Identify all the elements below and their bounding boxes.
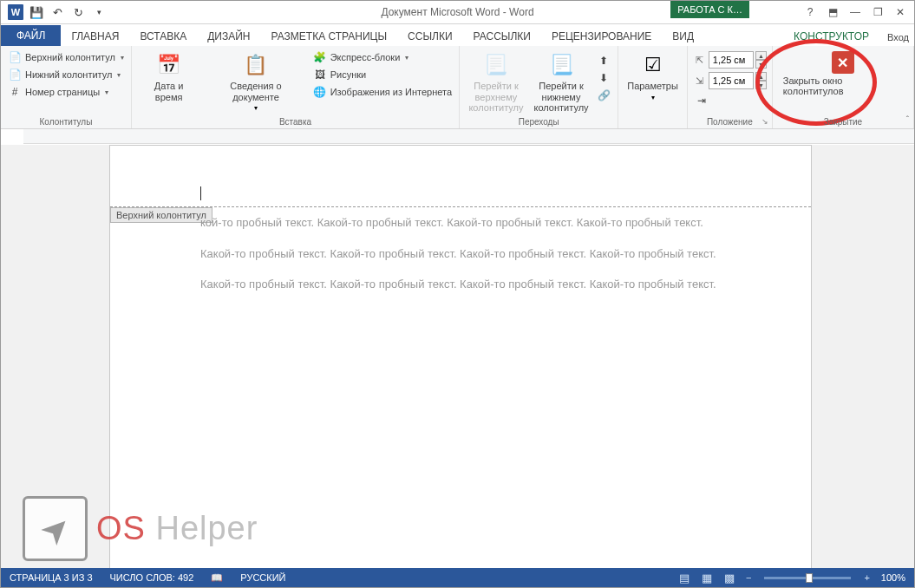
zoom-slider-thumb[interactable] [806, 573, 813, 583]
options-button[interactable]: ☑ Параметры ▾ [624, 49, 682, 125]
header-top-label: Верхний колонтитул [25, 52, 115, 62]
zoom-out-button[interactable]: − [743, 572, 754, 583]
undo-button[interactable]: ↶ [48, 3, 67, 22]
close-header-footer-button[interactable]: ✕ Закрыть окно колонтитулов [778, 49, 908, 115]
spin-down[interactable]: ▼ [755, 81, 767, 89]
dialog-launcher-icon[interactable]: ↘ [761, 117, 768, 126]
paragraph: Какой-то пробный текст. Какой-то пробный… [200, 276, 729, 293]
footer-from-bottom-input[interactable] [709, 72, 754, 89]
group-headers: 📄Верхний колонтитул▾ 📄Нижний колонтитул▾… [1, 46, 132, 128]
prev-icon: ⬆ [597, 54, 611, 68]
footer-from-bottom-row: ⇲ ▲▼ [693, 72, 767, 89]
paragraph: Какой-то пробный текст. Какой-то пробный… [200, 245, 729, 263]
goto-header-label: Перейти к верхнему колонтитулу [468, 81, 524, 114]
page-number-button[interactable]: #Номер страницы▾ [6, 84, 126, 100]
window-controls: ? ⬒ — ❐ ✕ [800, 3, 911, 21]
print-layout-button[interactable]: ▦ [698, 570, 716, 585]
watermark-cursor-box: ➤ [23, 496, 88, 561]
tab-constructor[interactable]: КОНСТРУКТОР [783, 27, 879, 46]
save-button[interactable]: 💾 [27, 3, 46, 22]
spin-down[interactable]: ▼ [755, 60, 767, 69]
header-top-button[interactable]: 📄Верхний колонтитул▾ [6, 49, 126, 65]
watermark-text: OS Helper [96, 510, 258, 547]
page-number-label: Номер страницы [25, 87, 100, 97]
collapse-ribbon-button[interactable]: ˆ [906, 115, 909, 125]
header-boundary [110, 206, 811, 207]
tab-layout[interactable]: РАЗМЕТКА СТРАНИЦЫ [261, 27, 398, 46]
cursor-arrow-icon: ➤ [30, 504, 80, 553]
header-distance-icon: ⇱ [693, 53, 707, 67]
read-mode-button[interactable]: ▤ [676, 570, 693, 585]
ribbon-tabs: ФАЙЛ ГЛАВНАЯ ВСТАВКА ДИЗАЙН РАЗМЕТКА СТР… [1, 24, 914, 46]
align-tab-button[interactable]: ⇥ [693, 93, 767, 108]
context-tab-header: РАБОТА С К… [670, 1, 749, 18]
nav-link-button[interactable]: 🔗 [595, 88, 612, 103]
help-button[interactable]: ? [800, 3, 820, 21]
title-bar: W 💾 ↶ ↻ ▾ Документ Microsoft Word - Word… [1, 1, 914, 24]
minimize-button[interactable]: — [845, 3, 866, 21]
goto-footer-label: Перейти к нижнему колонтитулу [534, 81, 589, 114]
group-options-label [624, 125, 682, 127]
zoom-level[interactable]: 100% [878, 572, 909, 583]
tab-view[interactable]: ВИД [662, 27, 704, 46]
doc-info-label: Сведения о документе [207, 81, 304, 102]
online-picture-icon: 🌐 [313, 85, 327, 99]
group-position: ⇱ ▲▼ ⇲ ▲▼ ⇥ Положение↘ [688, 46, 773, 128]
quick-parts-button[interactable]: 🧩Экспресс-блоки▾ [311, 49, 454, 65]
chevron-down-icon: ▾ [121, 54, 124, 62]
nav-next-button[interactable]: ⬇ [595, 70, 612, 86]
doc-info-button[interactable]: 📋 Сведения о документе ▾ [204, 49, 307, 115]
goto-footer-button[interactable]: 📃 Перейти к нижнему колонтитулу [531, 49, 591, 115]
goto-header-button[interactable]: 📃 Перейти к верхнему колонтитулу [465, 49, 527, 115]
zoom-slider[interactable] [764, 577, 851, 579]
header-icon: 📄 [8, 50, 22, 64]
proofing-icon[interactable]: 📖 [202, 572, 232, 584]
online-pictures-label: Изображения из Интернета [330, 87, 452, 97]
header-bottom-button[interactable]: 📄Нижний колонтитул▾ [6, 67, 126, 82]
header-tag: Верхний колонтитул [110, 207, 212, 223]
tab-design[interactable]: ДИЗАЙН [197, 27, 260, 46]
calendar-icon: 📅 [155, 51, 183, 79]
tab-file[interactable]: ФАЙЛ [1, 25, 61, 46]
tab-mailings[interactable]: РАССЫЛКИ [463, 27, 541, 46]
group-insert-label: Вставка [137, 115, 454, 127]
zoom-in-button[interactable]: + [861, 572, 872, 583]
word-count[interactable]: ЧИСЛО СЛОВ: 492 [101, 572, 203, 583]
footer-icon: 📄 [8, 68, 22, 82]
pictures-label: Рисунки [330, 69, 367, 80]
group-close-label: Закрытие [778, 115, 908, 127]
tab-home[interactable]: ГЛАВНАЯ [61, 27, 129, 46]
horizontal-ruler[interactable] [23, 129, 914, 144]
quick-access-toolbar: W 💾 ↶ ↻ ▾ [1, 3, 108, 22]
header-from-top-input[interactable] [709, 51, 754, 69]
page-indicator[interactable]: СТРАНИЦА 3 ИЗ 3 [1, 572, 101, 583]
tab-review[interactable]: РЕЦЕНЗИРОВАНИЕ [541, 27, 662, 46]
tab-insert[interactable]: ВСТАВКА [129, 27, 197, 46]
status-bar: СТРАНИЦА 3 ИЗ 3 ЧИСЛО СЛОВ: 492 📖 РУССКИ… [1, 568, 914, 587]
quick-parts-label: Экспресс-блоки [330, 52, 401, 62]
watermark-helper: Helper [146, 510, 258, 546]
redo-button[interactable]: ↻ [69, 3, 88, 22]
page-number-icon: # [8, 85, 22, 99]
restore-button[interactable]: ❐ [867, 3, 888, 21]
web-layout-button[interactable]: ▩ [721, 570, 738, 585]
nav-prev-button[interactable]: ⬆ [595, 53, 612, 69]
document-body: кой-то пробный текст. Какой-то пробный т… [200, 214, 729, 307]
link-icon: 🔗 [597, 88, 611, 102]
chevron-down-icon: ▾ [651, 94, 655, 101]
pictures-button[interactable]: 🖼Рисунки [311, 67, 454, 82]
watermark-os: OS [96, 510, 146, 546]
ribbon-display-button[interactable]: ⬒ [822, 3, 843, 21]
spin-up[interactable]: ▲ [755, 51, 767, 60]
signin-link[interactable]: Вход [886, 29, 911, 46]
tab-references[interactable]: ССЫЛКИ [397, 27, 462, 46]
date-time-button[interactable]: 📅 Дата и время [137, 49, 200, 115]
qat-customize[interactable]: ▾ [89, 3, 108, 22]
online-pictures-button[interactable]: 🌐Изображения из Интернета [311, 84, 454, 100]
spin-up[interactable]: ▲ [755, 72, 767, 81]
group-headers-label: Колонтитулы [6, 115, 126, 127]
chevron-down-icon: ▾ [254, 104, 258, 112]
language-indicator[interactable]: РУССКИЙ [232, 572, 294, 583]
group-insert: 📅 Дата и время 📋 Сведения о документе ▾ … [132, 46, 460, 128]
close-window-button[interactable]: ✕ [890, 3, 911, 21]
